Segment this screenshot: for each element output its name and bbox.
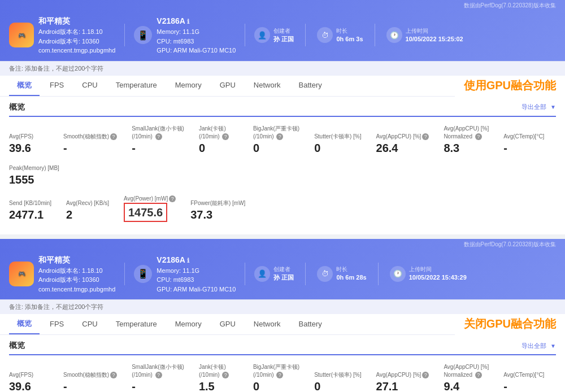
stat-jank-value-1: 0 xyxy=(199,141,238,155)
tab-overview-2[interactable]: 概览 xyxy=(9,314,40,334)
app-version-label-1: Android版本名: 1.18.10 xyxy=(38,27,115,37)
stat-stutter-label-s2: Stutter(卡顿率) [%] xyxy=(314,371,361,379)
stat-smalljank-value-s2: - xyxy=(132,379,184,392)
duration-value-1: 0h 6m 3s xyxy=(336,35,363,43)
stat-appcpu-label-s2: Avg(AppCPU) [%]? xyxy=(376,371,429,379)
header-1: 🎮 和平精英 Android版本名: 1.18.10 Android版本号: 1… xyxy=(0,10,565,61)
tab-battery-2[interactable]: Battery xyxy=(291,315,330,334)
stat-jank-label-1: Jank(卡顿)(/10min) ? xyxy=(199,125,238,141)
remark-bar-2: 备注: 添加备注，不超过200个字符 xyxy=(0,299,565,314)
stat-bigjank-label-1: BigJank(严重卡顿)(/10min) ? xyxy=(253,125,299,141)
app-version-code-1: Android版本号: 10360 xyxy=(38,37,115,46)
stats-row2-1: Send [KB/10min] 2477.1 Avg(Recv) [KB/s] … xyxy=(9,193,556,224)
stat-smalljank-1: SmallJank(微小卡顿)(/10min) ? - xyxy=(132,123,190,158)
tab-network-1[interactable]: Network xyxy=(246,76,289,95)
stat-stutter-s2: Stutter(卡顿率) [%] 0 xyxy=(314,369,367,392)
upload-icon-1: 🕐 xyxy=(386,27,402,43)
help-smalljank-1[interactable]: ? xyxy=(155,133,162,140)
overview-title-2: 概览 xyxy=(9,341,25,351)
tab-overview-1[interactable]: 概览 xyxy=(9,76,40,96)
help-bigjank-1[interactable]: ? xyxy=(276,133,283,140)
stat-appcpu-1: Avg(AppCPU) [%]? 26.4 xyxy=(376,130,435,158)
stat-stutter-value-1: 0 xyxy=(314,141,361,155)
device-icon-1: 📱 xyxy=(134,26,152,44)
header-meta-1: 👤 创建者 孙 正国 ⏱ 时长 0h 6m 3s 🕐 xyxy=(254,24,556,46)
device-info-2: 📱 V2186A ℹ Memory: 11.1G CPU: mt6983 GPU… xyxy=(134,254,236,294)
stat-bigjank-value-s2: 0 xyxy=(253,379,299,392)
app-info-1: 🎮 和平精英 Android版本名: 1.18.10 Android版本号: 1… xyxy=(9,15,115,55)
upload-label-2: 上传时间 xyxy=(409,265,467,273)
help-power-1[interactable]: ? xyxy=(169,195,176,202)
tab-cpu-2[interactable]: CPU xyxy=(74,315,105,334)
stat-appcpu-value-1: 26.4 xyxy=(376,141,429,155)
divider-2c xyxy=(305,263,306,285)
tab-temperature-2[interactable]: Temperature xyxy=(108,315,165,334)
app-version-label-2: Android版本名: 1.18.10 xyxy=(38,266,115,276)
tab-temperature-1[interactable]: Temperature xyxy=(108,76,165,95)
creator-icon-2: 👤 xyxy=(254,266,270,282)
help-appcpu-s2[interactable]: ? xyxy=(422,372,429,378)
header-meta-2: 👤 创建者 孙 正国 ⏱ 时长 0h 6m 28s 🕐 xyxy=(254,263,556,285)
app-info-2: 🎮 和平精英 Android版本名: 1.18.10 Android版本号: 1… xyxy=(9,254,115,294)
duration-item-1: ⏱ 时长 0h 6m 3s xyxy=(317,27,363,43)
export-link-2[interactable]: 导出全部 ▼ xyxy=(521,342,556,350)
device-details-1: V2186A ℹ Memory: 11.1G CPU: mt6983 GPU: … xyxy=(157,15,236,55)
upload-item-2: 🕐 上传时间 10/05/2022 15:43:29 xyxy=(390,265,467,282)
help-appcpu-1[interactable]: ? xyxy=(422,133,429,140)
help-jank-1[interactable]: ? xyxy=(222,133,229,140)
stat-power-label-1: Avg(Power) [mW]? xyxy=(124,195,176,203)
stat-smooth-value-1: - xyxy=(63,141,117,155)
stats-row1-2: Avg(FPS) 39.6 Smooth(稳帧指数)? - SmallJank(… xyxy=(9,361,556,392)
duration-icon-1: ⏱ xyxy=(317,27,333,43)
help-bigjank-s2[interactable]: ? xyxy=(276,372,283,378)
tab-memory-1[interactable]: Memory xyxy=(167,76,210,95)
stat-fpower-1: FPower(能耗率) [mW] 37.3 xyxy=(190,197,251,224)
upload-label-1: 上传时间 xyxy=(406,27,463,35)
stat-smooth-value-s2: - xyxy=(63,379,117,392)
device-icon-2: 📱 xyxy=(134,265,152,283)
tab-fps-2[interactable]: FPS xyxy=(42,315,72,334)
app-name-2: 和平精英 xyxy=(38,254,115,266)
creator-value-2: 孙 正国 xyxy=(273,273,294,282)
help-jank-s2[interactable]: ? xyxy=(222,372,229,378)
stat-ctemp-label-s2: Avg(CTemp)[°C] xyxy=(503,371,544,379)
help-smooth-s2[interactable]: ? xyxy=(110,372,117,378)
overview-panel-2: 概览 导出全部 ▼ Avg(FPS) 39.6 Smooth(稳帧指数)? - … xyxy=(0,335,565,392)
device-cpu-1: CPU: mt6983 xyxy=(157,37,236,46)
stat-bigjank-label-s2: BigJank(严重卡顿)(/10min) ? xyxy=(253,363,299,379)
upload-info-2: 上传时间 10/05/2022 15:43:29 xyxy=(409,265,467,282)
stat-avgfps-s2: Avg(FPS) 39.6 xyxy=(9,369,54,392)
stat-smalljank-label-s2: SmallJank(微小卡顿)(/10min) ? xyxy=(132,363,184,379)
stat-jank-value-s2: 1.5 xyxy=(199,379,238,392)
tab-network-2[interactable]: Network xyxy=(246,315,289,334)
nav-area-2: 概览 FPS CPU Temperature Memory GPU Networ… xyxy=(0,314,565,335)
stat-avgfps-1: Avg(FPS) 39.6 xyxy=(9,130,54,158)
device-memory-2: Memory: 11.1G xyxy=(157,266,236,276)
tab-gpu-2[interactable]: GPU xyxy=(212,315,244,334)
duration-label-1: 时长 xyxy=(336,27,363,35)
stat-stutter-label-1: Stutter(卡顿率) [%] xyxy=(314,133,361,141)
tab-cpu-1[interactable]: CPU xyxy=(74,76,105,95)
stat-bigjank-s2: BigJank(严重卡顿)(/10min) ? 0 xyxy=(253,361,305,392)
stat-appcpu-norm-1: Avg(AppCPU) [%]Normalized ? 8.3 xyxy=(444,123,494,158)
export-link-1[interactable]: 导出全部 ▼ xyxy=(521,103,556,111)
watermark-note-2: 数据由PerfDog(7.0.220328)版本收集 xyxy=(0,239,565,249)
tab-battery-1[interactable]: Battery xyxy=(291,76,330,95)
stat-jank-s2: Jank(卡顿)(/10min) ? 1.5 xyxy=(199,361,244,392)
tab-fps-1[interactable]: FPS xyxy=(42,76,72,95)
device-gpu-1: GPU: ARM Mali-G710 MC10 xyxy=(157,46,236,55)
stat-smalljank-label-1: SmallJank(微小卡顿)(/10min) ? xyxy=(132,125,184,141)
help-smalljank-s2[interactable]: ? xyxy=(155,372,162,378)
help-appcpu-norm-1[interactable]: ? xyxy=(475,133,482,140)
stat-avgfps-value-1: 39.6 xyxy=(9,141,49,155)
help-appcpu-norm-s2[interactable]: ? xyxy=(475,372,482,378)
app-details-1: 和平精英 Android版本名: 1.18.10 Android版本号: 103… xyxy=(38,15,115,55)
stat-appcpu-norm-value-s2: 9.4 xyxy=(444,379,489,392)
creator-info-2: 创建者 孙 正国 xyxy=(273,265,294,282)
tab-memory-2[interactable]: Memory xyxy=(167,315,210,334)
help-smooth-1[interactable]: ? xyxy=(110,133,117,140)
app-version-code-2: Android版本号: 10360 xyxy=(38,275,115,285)
tab-gpu-1[interactable]: GPU xyxy=(212,76,244,95)
stat-smooth-s2: Smooth(稳帧指数)? - xyxy=(63,369,123,392)
duration-info-2: 时长 0h 6m 28s xyxy=(336,265,366,282)
